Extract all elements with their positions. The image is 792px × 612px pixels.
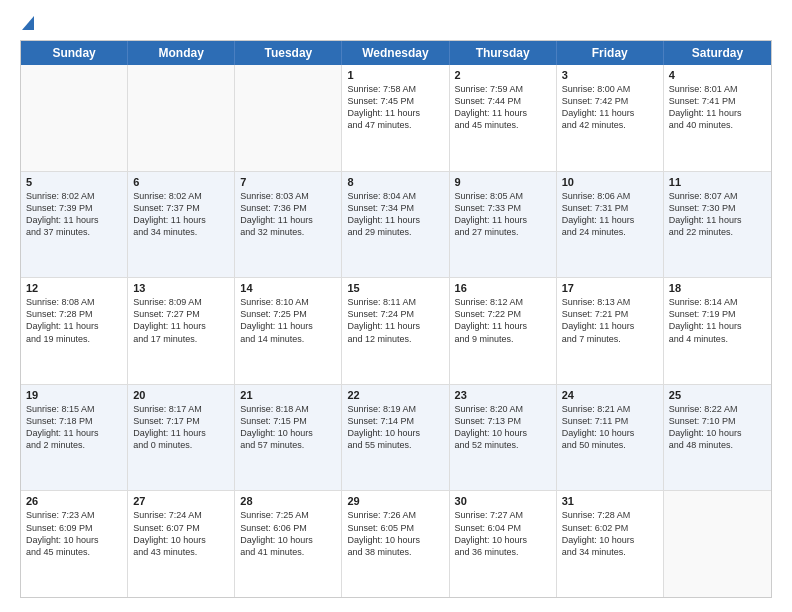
day-number: 3 — [562, 69, 658, 81]
day-number: 22 — [347, 389, 443, 401]
day-number: 18 — [669, 282, 766, 294]
day-info: Sunrise: 7:59 AM Sunset: 7:44 PM Dayligh… — [455, 83, 551, 132]
day-number: 15 — [347, 282, 443, 294]
day-number: 8 — [347, 176, 443, 188]
day-cell-28: 28Sunrise: 7:25 AM Sunset: 6:06 PM Dayli… — [235, 491, 342, 597]
day-number: 4 — [669, 69, 766, 81]
day-cell-29: 29Sunrise: 7:26 AM Sunset: 6:05 PM Dayli… — [342, 491, 449, 597]
day-info: Sunrise: 8:17 AM Sunset: 7:17 PM Dayligh… — [133, 403, 229, 452]
day-info: Sunrise: 8:06 AM Sunset: 7:31 PM Dayligh… — [562, 190, 658, 239]
day-info: Sunrise: 8:04 AM Sunset: 7:34 PM Dayligh… — [347, 190, 443, 239]
day-info: Sunrise: 8:09 AM Sunset: 7:27 PM Dayligh… — [133, 296, 229, 345]
day-number: 29 — [347, 495, 443, 507]
day-info: Sunrise: 8:07 AM Sunset: 7:30 PM Dayligh… — [669, 190, 766, 239]
day-info: Sunrise: 7:26 AM Sunset: 6:05 PM Dayligh… — [347, 509, 443, 558]
day-info: Sunrise: 7:25 AM Sunset: 6:06 PM Dayligh… — [240, 509, 336, 558]
day-info: Sunrise: 8:03 AM Sunset: 7:36 PM Dayligh… — [240, 190, 336, 239]
day-number: 5 — [26, 176, 122, 188]
weekday-header-thursday: Thursday — [450, 41, 557, 65]
day-cell-9: 9Sunrise: 8:05 AM Sunset: 7:33 PM Daylig… — [450, 172, 557, 278]
day-cell-19: 19Sunrise: 8:15 AM Sunset: 7:18 PM Dayli… — [21, 385, 128, 491]
day-cell-22: 22Sunrise: 8:19 AM Sunset: 7:14 PM Dayli… — [342, 385, 449, 491]
day-info: Sunrise: 7:23 AM Sunset: 6:09 PM Dayligh… — [26, 509, 122, 558]
calendar: SundayMondayTuesdayWednesdayThursdayFrid… — [20, 40, 772, 598]
day-info: Sunrise: 7:28 AM Sunset: 6:02 PM Dayligh… — [562, 509, 658, 558]
day-info: Sunrise: 8:11 AM Sunset: 7:24 PM Dayligh… — [347, 296, 443, 345]
day-info: Sunrise: 7:58 AM Sunset: 7:45 PM Dayligh… — [347, 83, 443, 132]
day-info: Sunrise: 8:14 AM Sunset: 7:19 PM Dayligh… — [669, 296, 766, 345]
weekday-header-tuesday: Tuesday — [235, 41, 342, 65]
day-cell-1: 1Sunrise: 7:58 AM Sunset: 7:45 PM Daylig… — [342, 65, 449, 171]
day-info: Sunrise: 8:08 AM Sunset: 7:28 PM Dayligh… — [26, 296, 122, 345]
calendar-row-5: 26Sunrise: 7:23 AM Sunset: 6:09 PM Dayli… — [21, 491, 771, 597]
calendar-row-4: 19Sunrise: 8:15 AM Sunset: 7:18 PM Dayli… — [21, 385, 771, 492]
day-number: 26 — [26, 495, 122, 507]
day-cell-8: 8Sunrise: 8:04 AM Sunset: 7:34 PM Daylig… — [342, 172, 449, 278]
day-number: 7 — [240, 176, 336, 188]
day-info: Sunrise: 8:05 AM Sunset: 7:33 PM Dayligh… — [455, 190, 551, 239]
day-cell-12: 12Sunrise: 8:08 AM Sunset: 7:28 PM Dayli… — [21, 278, 128, 384]
day-info: Sunrise: 8:18 AM Sunset: 7:15 PM Dayligh… — [240, 403, 336, 452]
day-info: Sunrise: 8:10 AM Sunset: 7:25 PM Dayligh… — [240, 296, 336, 345]
day-number: 10 — [562, 176, 658, 188]
day-number: 13 — [133, 282, 229, 294]
day-number: 25 — [669, 389, 766, 401]
day-info: Sunrise: 8:21 AM Sunset: 7:11 PM Dayligh… — [562, 403, 658, 452]
calendar-row-1: 1Sunrise: 7:58 AM Sunset: 7:45 PM Daylig… — [21, 65, 771, 172]
day-cell-16: 16Sunrise: 8:12 AM Sunset: 7:22 PM Dayli… — [450, 278, 557, 384]
day-info: Sunrise: 8:15 AM Sunset: 7:18 PM Dayligh… — [26, 403, 122, 452]
logo-triangle-icon — [22, 16, 34, 34]
logo — [20, 18, 34, 30]
day-number: 14 — [240, 282, 336, 294]
day-cell-30: 30Sunrise: 7:27 AM Sunset: 6:04 PM Dayli… — [450, 491, 557, 597]
weekday-header-sunday: Sunday — [21, 41, 128, 65]
empty-cell — [664, 491, 771, 597]
day-info: Sunrise: 8:00 AM Sunset: 7:42 PM Dayligh… — [562, 83, 658, 132]
weekday-header-saturday: Saturday — [664, 41, 771, 65]
day-cell-15: 15Sunrise: 8:11 AM Sunset: 7:24 PM Dayli… — [342, 278, 449, 384]
day-number: 20 — [133, 389, 229, 401]
day-number: 30 — [455, 495, 551, 507]
day-cell-5: 5Sunrise: 8:02 AM Sunset: 7:39 PM Daylig… — [21, 172, 128, 278]
day-cell-6: 6Sunrise: 8:02 AM Sunset: 7:37 PM Daylig… — [128, 172, 235, 278]
day-number: 9 — [455, 176, 551, 188]
weekday-header-monday: Monday — [128, 41, 235, 65]
calendar-row-2: 5Sunrise: 8:02 AM Sunset: 7:39 PM Daylig… — [21, 172, 771, 279]
day-number: 6 — [133, 176, 229, 188]
day-cell-4: 4Sunrise: 8:01 AM Sunset: 7:41 PM Daylig… — [664, 65, 771, 171]
day-cell-24: 24Sunrise: 8:21 AM Sunset: 7:11 PM Dayli… — [557, 385, 664, 491]
day-info: Sunrise: 8:20 AM Sunset: 7:13 PM Dayligh… — [455, 403, 551, 452]
day-cell-7: 7Sunrise: 8:03 AM Sunset: 7:36 PM Daylig… — [235, 172, 342, 278]
day-number: 24 — [562, 389, 658, 401]
day-cell-2: 2Sunrise: 7:59 AM Sunset: 7:44 PM Daylig… — [450, 65, 557, 171]
empty-cell — [235, 65, 342, 171]
day-info: Sunrise: 8:22 AM Sunset: 7:10 PM Dayligh… — [669, 403, 766, 452]
day-number: 16 — [455, 282, 551, 294]
day-number: 27 — [133, 495, 229, 507]
day-cell-25: 25Sunrise: 8:22 AM Sunset: 7:10 PM Dayli… — [664, 385, 771, 491]
day-number: 23 — [455, 389, 551, 401]
day-number: 17 — [562, 282, 658, 294]
calendar-header: SundayMondayTuesdayWednesdayThursdayFrid… — [21, 41, 771, 65]
calendar-row-3: 12Sunrise: 8:08 AM Sunset: 7:28 PM Dayli… — [21, 278, 771, 385]
day-cell-11: 11Sunrise: 8:07 AM Sunset: 7:30 PM Dayli… — [664, 172, 771, 278]
day-info: Sunrise: 8:02 AM Sunset: 7:39 PM Dayligh… — [26, 190, 122, 239]
weekday-header-wednesday: Wednesday — [342, 41, 449, 65]
day-number: 2 — [455, 69, 551, 81]
day-number: 21 — [240, 389, 336, 401]
day-info: Sunrise: 7:27 AM Sunset: 6:04 PM Dayligh… — [455, 509, 551, 558]
day-number: 12 — [26, 282, 122, 294]
day-cell-21: 21Sunrise: 8:18 AM Sunset: 7:15 PM Dayli… — [235, 385, 342, 491]
weekday-header-friday: Friday — [557, 41, 664, 65]
svg-marker-0 — [22, 16, 34, 30]
day-cell-10: 10Sunrise: 8:06 AM Sunset: 7:31 PM Dayli… — [557, 172, 664, 278]
day-cell-31: 31Sunrise: 7:28 AM Sunset: 6:02 PM Dayli… — [557, 491, 664, 597]
day-info: Sunrise: 8:19 AM Sunset: 7:14 PM Dayligh… — [347, 403, 443, 452]
day-info: Sunrise: 8:01 AM Sunset: 7:41 PM Dayligh… — [669, 83, 766, 132]
day-info: Sunrise: 7:24 AM Sunset: 6:07 PM Dayligh… — [133, 509, 229, 558]
calendar-body: 1Sunrise: 7:58 AM Sunset: 7:45 PM Daylig… — [21, 65, 771, 597]
day-cell-20: 20Sunrise: 8:17 AM Sunset: 7:17 PM Dayli… — [128, 385, 235, 491]
day-info: Sunrise: 8:02 AM Sunset: 7:37 PM Dayligh… — [133, 190, 229, 239]
day-info: Sunrise: 8:12 AM Sunset: 7:22 PM Dayligh… — [455, 296, 551, 345]
day-cell-26: 26Sunrise: 7:23 AM Sunset: 6:09 PM Dayli… — [21, 491, 128, 597]
